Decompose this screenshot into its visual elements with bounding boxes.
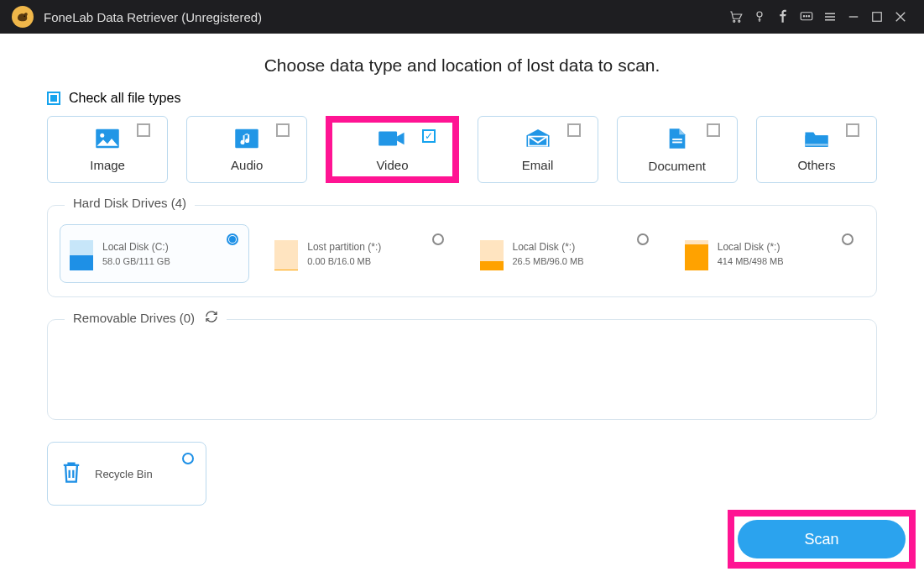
type-label: Video bbox=[376, 158, 408, 172]
check-all-row[interactable]: Check all file types bbox=[47, 91, 877, 106]
video-icon bbox=[378, 128, 406, 153]
menu-icon[interactable] bbox=[818, 0, 842, 34]
trash-icon bbox=[60, 459, 83, 488]
drive-size: 414 MB/498 MB bbox=[718, 254, 784, 269]
svg-rect-11 bbox=[236, 128, 259, 148]
svg-rect-8 bbox=[873, 13, 882, 22]
drive-local-c[interactable]: Local Disk (C:) 58.0 GB/111 GB bbox=[60, 224, 249, 283]
audio-checkbox[interactable] bbox=[276, 123, 290, 137]
svg-rect-14 bbox=[672, 139, 682, 140]
refresh-icon[interactable] bbox=[205, 310, 218, 326]
hard-disk-section: Hard Disk Drives (4) Local Disk (C:) 58.… bbox=[47, 205, 877, 297]
check-all-checkbox[interactable] bbox=[47, 92, 60, 105]
others-checkbox[interactable] bbox=[846, 123, 859, 137]
drive-radio[interactable] bbox=[432, 233, 444, 245]
svg-point-2 bbox=[739, 20, 740, 22]
drive-radio[interactable] bbox=[227, 233, 238, 245]
svg-point-7 bbox=[808, 16, 809, 17]
type-label: Others bbox=[797, 158, 835, 172]
drive-name: Local Disk (C:) bbox=[102, 239, 170, 254]
disk-icon bbox=[69, 237, 94, 270]
disk-icon bbox=[479, 237, 504, 270]
svg-rect-12 bbox=[379, 131, 398, 145]
svg-point-6 bbox=[806, 16, 807, 17]
key-icon[interactable] bbox=[748, 0, 771, 34]
window-title: FoneLab Data Retriever (Unregistered) bbox=[44, 10, 262, 24]
close-icon[interactable] bbox=[889, 0, 912, 34]
drive-size: 0.00 B/16.0 MB bbox=[307, 254, 381, 269]
audio-icon bbox=[234, 128, 259, 153]
removable-title-text: Removable Drives (0) bbox=[73, 311, 195, 325]
removable-section: Removable Drives (0) bbox=[47, 319, 877, 420]
svg-point-0 bbox=[24, 16, 26, 18]
document-icon bbox=[666, 127, 689, 154]
svg-point-10 bbox=[100, 133, 104, 137]
folder-icon bbox=[803, 128, 830, 153]
drive-local-2[interactable]: Local Disk (*:) 26.5 MB/96.0 MB bbox=[470, 224, 660, 283]
email-checkbox[interactable] bbox=[567, 123, 581, 137]
drive-radio[interactable] bbox=[637, 233, 649, 245]
type-card-others[interactable]: Others bbox=[756, 116, 877, 183]
recycle-bin-card[interactable]: Recycle Bin bbox=[47, 442, 206, 506]
drive-size: 26.5 MB/96.0 MB bbox=[513, 254, 584, 269]
image-checkbox[interactable] bbox=[137, 123, 150, 137]
file-types-row: Image Audio ✓ Video bbox=[47, 116, 877, 183]
type-card-audio[interactable]: Audio bbox=[186, 116, 307, 183]
minimize-icon[interactable] bbox=[842, 0, 865, 34]
type-label: Audio bbox=[231, 158, 263, 172]
recycle-label: Recycle Bin bbox=[95, 468, 153, 480]
type-label: Image bbox=[90, 158, 125, 172]
disk-icon bbox=[274, 237, 299, 270]
svg-rect-17 bbox=[805, 144, 827, 145]
svg-point-5 bbox=[803, 16, 804, 17]
check-all-label: Check all file types bbox=[69, 91, 180, 106]
disk-icon bbox=[684, 237, 709, 270]
type-card-video[interactable]: ✓ Video bbox=[326, 116, 458, 183]
type-card-document[interactable]: Document bbox=[617, 116, 738, 183]
document-checkbox[interactable] bbox=[707, 123, 720, 137]
type-label: Document bbox=[649, 159, 706, 173]
drive-local-3[interactable]: Local Disk (*:) 414 MB/498 MB bbox=[675, 224, 864, 283]
svg-rect-15 bbox=[672, 141, 682, 143]
type-card-email[interactable]: Email bbox=[478, 116, 598, 183]
scan-highlight: Scan bbox=[728, 510, 916, 569]
drive-name: Lost partition (*:) bbox=[307, 239, 381, 254]
scan-button[interactable]: Scan bbox=[738, 520, 906, 558]
drive-lost-partition[interactable]: Lost partition (*:) 0.00 B/16.0 MB bbox=[264, 224, 454, 283]
drive-radio[interactable] bbox=[842, 233, 854, 245]
facebook-icon[interactable] bbox=[771, 0, 795, 34]
removable-title: Removable Drives (0) bbox=[65, 310, 227, 326]
page-heading: Choose data type and location of lost da… bbox=[47, 55, 877, 76]
titlebar: FoneLab Data Retriever (Unregistered) bbox=[0, 0, 924, 34]
video-checkbox[interactable]: ✓ bbox=[422, 129, 436, 143]
hard-disk-title: Hard Disk Drives (4) bbox=[65, 196, 195, 210]
feedback-icon[interactable] bbox=[795, 0, 818, 34]
type-label: Email bbox=[522, 158, 554, 172]
image-icon bbox=[95, 128, 120, 153]
drive-size: 58.0 GB/111 GB bbox=[102, 254, 170, 269]
type-card-image[interactable]: Image bbox=[47, 116, 168, 183]
svg-point-1 bbox=[733, 20, 735, 22]
cart-icon[interactable] bbox=[724, 0, 748, 34]
maximize-icon[interactable] bbox=[865, 0, 889, 34]
app-logo bbox=[12, 6, 34, 28]
svg-point-3 bbox=[757, 12, 762, 17]
drive-name: Local Disk (*:) bbox=[513, 239, 584, 254]
recycle-radio[interactable] bbox=[182, 453, 194, 464]
drive-name: Local Disk (*:) bbox=[718, 239, 784, 254]
email-icon bbox=[525, 128, 551, 153]
